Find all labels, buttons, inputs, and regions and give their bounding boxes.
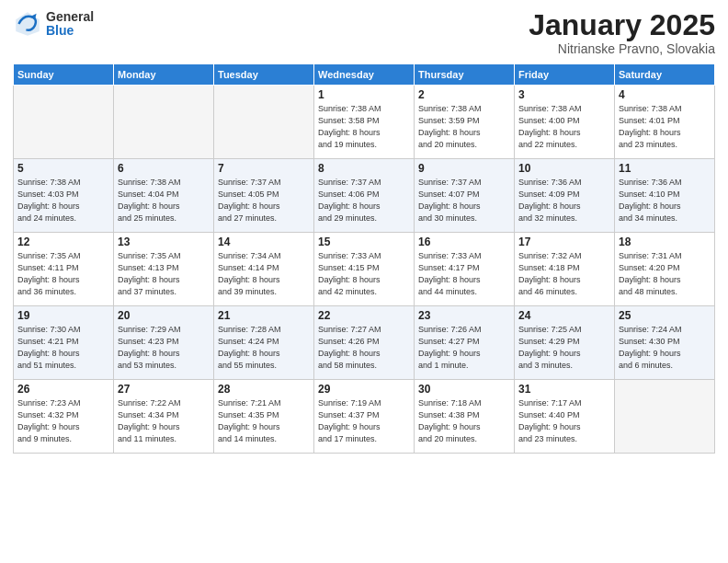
calendar-cell: 5Sunrise: 7:38 AM Sunset: 4:03 PM Daylig… xyxy=(14,159,114,233)
day-info: Sunrise: 7:30 AM Sunset: 4:21 PM Dayligh… xyxy=(17,324,109,372)
calendar-cell: 13Sunrise: 7:35 AM Sunset: 4:13 PM Dayli… xyxy=(114,233,214,306)
calendar-cell: 30Sunrise: 7:18 AM Sunset: 4:38 PM Dayli… xyxy=(415,380,515,454)
calendar-cell: 6Sunrise: 7:38 AM Sunset: 4:04 PM Daylig… xyxy=(114,159,214,233)
calendar-cell: 28Sunrise: 7:21 AM Sunset: 4:35 PM Dayli… xyxy=(214,380,314,454)
calendar-cell: 10Sunrise: 7:36 AM Sunset: 4:09 PM Dayli… xyxy=(515,159,615,233)
calendar-cell: 24Sunrise: 7:25 AM Sunset: 4:29 PM Dayli… xyxy=(515,306,615,380)
calendar-cell: 25Sunrise: 7:24 AM Sunset: 4:30 PM Dayli… xyxy=(615,306,715,380)
calendar-cell xyxy=(615,380,715,454)
calendar-cell: 9Sunrise: 7:37 AM Sunset: 4:07 PM Daylig… xyxy=(415,159,515,233)
calendar-cell: 11Sunrise: 7:36 AM Sunset: 4:10 PM Dayli… xyxy=(615,159,715,233)
calendar-header: SundayMondayTuesdayWednesdayThursdayFrid… xyxy=(14,64,715,86)
calendar-subtitle: Nitrianske Pravno, Slovakia xyxy=(529,41,715,56)
day-info: Sunrise: 7:33 AM Sunset: 4:15 PM Dayligh… xyxy=(318,250,410,298)
day-info: Sunrise: 7:38 AM Sunset: 4:03 PM Dayligh… xyxy=(17,177,109,224)
day-number: 3 xyxy=(518,88,610,101)
day-info: Sunrise: 7:33 AM Sunset: 4:17 PM Dayligh… xyxy=(418,250,510,298)
calendar-cell: 16Sunrise: 7:33 AM Sunset: 4:17 PM Dayli… xyxy=(415,233,515,306)
day-info: Sunrise: 7:35 AM Sunset: 4:11 PM Dayligh… xyxy=(17,250,109,298)
day-info: Sunrise: 7:37 AM Sunset: 4:07 PM Dayligh… xyxy=(418,177,510,224)
day-info: Sunrise: 7:24 AM Sunset: 4:30 PM Dayligh… xyxy=(619,324,711,372)
calendar-cell: 15Sunrise: 7:33 AM Sunset: 4:15 PM Dayli… xyxy=(314,233,415,306)
day-number: 7 xyxy=(218,162,310,175)
day-number: 16 xyxy=(418,236,510,248)
calendar-cell: 20Sunrise: 7:29 AM Sunset: 4:23 PM Dayli… xyxy=(114,306,214,380)
day-info: Sunrise: 7:25 AM Sunset: 4:29 PM Dayligh… xyxy=(518,324,610,372)
day-header-wednesday: Wednesday xyxy=(314,64,415,86)
day-number: 21 xyxy=(218,309,310,322)
day-info: Sunrise: 7:37 AM Sunset: 4:06 PM Dayligh… xyxy=(318,177,410,224)
day-info: Sunrise: 7:23 AM Sunset: 4:32 PM Dayligh… xyxy=(17,397,109,445)
calendar-cell: 12Sunrise: 7:35 AM Sunset: 4:11 PM Dayli… xyxy=(14,233,114,306)
day-info: Sunrise: 7:27 AM Sunset: 4:26 PM Dayligh… xyxy=(318,324,410,372)
day-info: Sunrise: 7:38 AM Sunset: 4:01 PM Dayligh… xyxy=(619,103,711,151)
calendar-cell: 14Sunrise: 7:34 AM Sunset: 4:14 PM Dayli… xyxy=(214,233,314,306)
day-info: Sunrise: 7:37 AM Sunset: 4:05 PM Dayligh… xyxy=(218,177,310,224)
day-info: Sunrise: 7:26 AM Sunset: 4:27 PM Dayligh… xyxy=(418,324,510,372)
logo-blue: Blue xyxy=(46,24,94,38)
day-info: Sunrise: 7:19 AM Sunset: 4:37 PM Dayligh… xyxy=(318,397,410,445)
calendar-cell: 31Sunrise: 7:17 AM Sunset: 4:40 PM Dayli… xyxy=(515,380,615,454)
calendar-cell: 1Sunrise: 7:38 AM Sunset: 3:58 PM Daylig… xyxy=(314,86,415,159)
day-info: Sunrise: 7:22 AM Sunset: 4:34 PM Dayligh… xyxy=(118,397,210,445)
calendar-cell: 23Sunrise: 7:26 AM Sunset: 4:27 PM Dayli… xyxy=(415,306,515,380)
page-header: General Blue January 2025 Nitrianske Pra… xyxy=(13,9,715,56)
logo-text: General Blue xyxy=(46,10,94,39)
day-info: Sunrise: 7:18 AM Sunset: 4:38 PM Dayligh… xyxy=(418,397,510,445)
calendar-cell: 2Sunrise: 7:38 AM Sunset: 3:59 PM Daylig… xyxy=(415,86,515,159)
day-number: 15 xyxy=(318,236,410,248)
calendar-cell: 3Sunrise: 7:38 AM Sunset: 4:00 PM Daylig… xyxy=(515,86,615,159)
day-number: 1 xyxy=(318,88,410,101)
day-info: Sunrise: 7:32 AM Sunset: 4:18 PM Dayligh… xyxy=(518,250,610,298)
day-info: Sunrise: 7:17 AM Sunset: 4:40 PM Dayligh… xyxy=(518,397,610,445)
calendar-cell: 7Sunrise: 7:37 AM Sunset: 4:05 PM Daylig… xyxy=(214,159,314,233)
day-info: Sunrise: 7:34 AM Sunset: 4:14 PM Dayligh… xyxy=(218,250,310,298)
day-number: 24 xyxy=(518,309,610,322)
calendar-cell: 18Sunrise: 7:31 AM Sunset: 4:20 PM Dayli… xyxy=(615,233,715,306)
day-number: 12 xyxy=(17,236,109,248)
calendar-cell: 27Sunrise: 7:22 AM Sunset: 4:34 PM Dayli… xyxy=(114,380,214,454)
day-info: Sunrise: 7:36 AM Sunset: 4:09 PM Dayligh… xyxy=(518,177,610,224)
day-number: 6 xyxy=(118,162,210,175)
day-header-tuesday: Tuesday xyxy=(214,64,314,86)
day-number: 23 xyxy=(418,309,510,322)
day-info: Sunrise: 7:38 AM Sunset: 3:59 PM Dayligh… xyxy=(418,103,510,151)
day-info: Sunrise: 7:38 AM Sunset: 4:04 PM Dayligh… xyxy=(118,177,210,224)
day-number: 31 xyxy=(518,383,610,396)
day-number: 5 xyxy=(17,162,109,175)
day-header-friday: Friday xyxy=(515,64,615,86)
day-info: Sunrise: 7:38 AM Sunset: 4:00 PM Dayligh… xyxy=(518,103,610,151)
day-number: 9 xyxy=(418,162,510,175)
day-number: 27 xyxy=(118,383,210,396)
title-section: January 2025 Nitrianske Pravno, Slovakia xyxy=(529,9,715,56)
day-number: 13 xyxy=(118,236,210,248)
day-number: 28 xyxy=(218,383,310,396)
day-header-sunday: Sunday xyxy=(14,64,114,86)
day-number: 30 xyxy=(418,383,510,396)
day-number: 29 xyxy=(318,383,410,396)
day-header-saturday: Saturday xyxy=(615,64,715,86)
calendar-cell xyxy=(14,86,114,159)
day-number: 19 xyxy=(17,309,109,322)
day-number: 17 xyxy=(518,236,610,248)
day-header-thursday: Thursday xyxy=(415,64,515,86)
logo-icon xyxy=(13,9,42,39)
day-number: 8 xyxy=(318,162,410,175)
day-info: Sunrise: 7:28 AM Sunset: 4:24 PM Dayligh… xyxy=(218,324,310,372)
day-number: 25 xyxy=(619,309,711,322)
day-header-monday: Monday xyxy=(114,64,214,86)
logo-general: General xyxy=(46,10,94,24)
day-info: Sunrise: 7:36 AM Sunset: 4:10 PM Dayligh… xyxy=(619,177,711,224)
day-number: 11 xyxy=(619,162,711,175)
calendar-title: January 2025 xyxy=(529,9,715,41)
logo: General Blue xyxy=(13,9,94,39)
calendar-cell: 19Sunrise: 7:30 AM Sunset: 4:21 PM Dayli… xyxy=(14,306,114,380)
day-info: Sunrise: 7:35 AM Sunset: 4:13 PM Dayligh… xyxy=(118,250,210,298)
day-number: 26 xyxy=(17,383,109,396)
calendar-cell: 17Sunrise: 7:32 AM Sunset: 4:18 PM Dayli… xyxy=(515,233,615,306)
calendar-cell: 26Sunrise: 7:23 AM Sunset: 4:32 PM Dayli… xyxy=(14,380,114,454)
day-number: 2 xyxy=(418,88,510,101)
calendar-cell xyxy=(114,86,214,159)
calendar-cell: 22Sunrise: 7:27 AM Sunset: 4:26 PM Dayli… xyxy=(314,306,415,380)
day-number: 4 xyxy=(619,88,711,101)
